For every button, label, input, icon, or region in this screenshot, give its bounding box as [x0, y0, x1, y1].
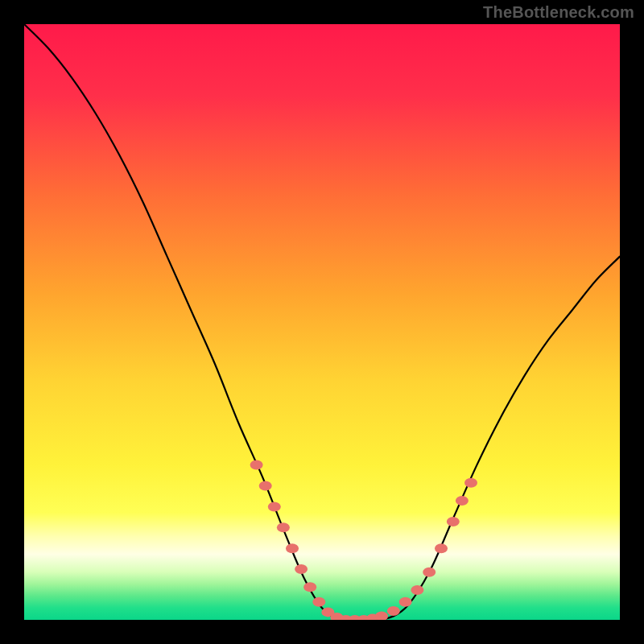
highlight-dot [259, 481, 272, 491]
chart-frame: TheBottleneck.com [0, 0, 644, 644]
watermark-text: TheBottleneck.com [483, 3, 634, 22]
highlight-dot [375, 612, 388, 620]
highlight-dot [423, 568, 436, 577]
highlight-dot [286, 543, 299, 553]
highlight-dot [464, 478, 477, 488]
highlight-dot [435, 543, 448, 553]
highlight-dot [303, 582, 316, 592]
highlight-dot [268, 502, 281, 511]
highlight-dot [250, 460, 263, 470]
highlight-dot [399, 597, 412, 607]
highlight-dot [456, 496, 469, 506]
highlight-dot [387, 606, 400, 616]
highlight-dot [277, 522, 290, 532]
highlight-dot [312, 597, 325, 607]
highlight-dot [447, 517, 460, 526]
plot-area [24, 24, 620, 620]
highlight-dot [411, 585, 423, 595]
highlight-dot [295, 564, 308, 574]
bottleneck-curve [24, 24, 620, 620]
curve-overlay [24, 24, 620, 620]
